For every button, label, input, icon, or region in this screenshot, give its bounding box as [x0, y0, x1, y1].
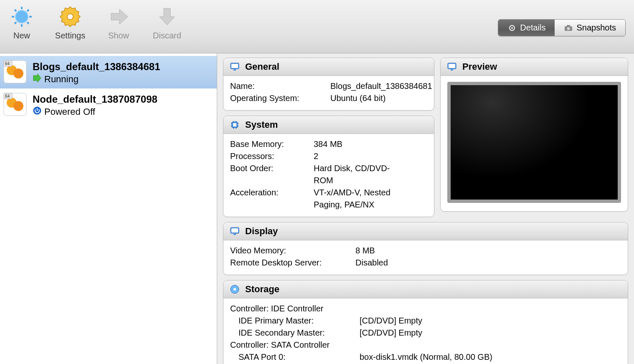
- monitor-icon: [446, 61, 457, 72]
- svg-point-1: [16, 11, 28, 23]
- accel-value: VT-x/AMD-V, Nested Paging, PAE/NX: [305, 187, 401, 211]
- svg-point-14: [567, 27, 570, 30]
- sata-controller-label: Controller: SATA Controller: [230, 339, 621, 351]
- settings-label: Settings: [55, 31, 85, 40]
- show-label: Show: [108, 31, 129, 40]
- vm-os-icon: 64: [3, 92, 28, 117]
- svg-line-8: [15, 22, 16, 24]
- display-header[interactable]: Display: [223, 222, 628, 240]
- vm-os-icon: 64: [3, 59, 28, 84]
- os-value: Ubuntu (64 bit): [322, 92, 385, 104]
- system-title: System: [245, 119, 278, 130]
- display-title: Display: [245, 226, 278, 237]
- main: 64 Blogs_default_1386384681 Running: [0, 53, 634, 364]
- toolbar: New Settings Show: [0, 0, 634, 53]
- monitor-icon: [229, 226, 240, 237]
- sun-icon: [9, 4, 34, 29]
- ide-pm-value: [CD/DVD] Empty: [351, 315, 422, 327]
- preview-title: Preview: [462, 61, 497, 72]
- svg-text:64: 64: [5, 94, 10, 99]
- cpu-value: 2: [305, 150, 318, 162]
- ide-pm-label: IDE Primary Master:: [238, 315, 351, 327]
- tab-snapshots-label: Snapshots: [576, 23, 616, 33]
- view-tabs: Details Snapshots: [498, 19, 626, 36]
- general-header[interactable]: General: [223, 58, 434, 76]
- svg-point-10: [67, 14, 73, 20]
- details-panel: General Name: Blogs_default_1386384681 O…: [217, 53, 634, 364]
- general-title: General: [245, 61, 279, 72]
- discard-label: Discard: [153, 31, 181, 40]
- vm-item[interactable]: 64 Node_default_1387087098 Powered Off: [0, 88, 217, 121]
- svg-line-6: [15, 10, 16, 11]
- tab-snapshots[interactable]: Snapshots: [555, 20, 625, 36]
- gear-small-icon: [507, 24, 517, 32]
- display-section: Display Video Memory:8 MB Remote Desktop…: [223, 222, 628, 275]
- storage-header[interactable]: Storage: [223, 281, 628, 298]
- svg-rect-42: [451, 69, 453, 71]
- svg-rect-28: [231, 64, 238, 68]
- system-section: System Base Memory:384 MB Processors:2 B…: [223, 116, 434, 217]
- vmem-label: Video Memory:: [230, 245, 347, 257]
- ide-sm-value: [CD/DVD] Empty: [351, 327, 422, 339]
- sata0-label: SATA Port 0:: [238, 351, 351, 363]
- preview-section: Preview: [440, 58, 628, 212]
- monitor-icon: [229, 61, 240, 72]
- accel-label: Acceleration:: [230, 187, 305, 211]
- toolbar-buttons: New Settings Show: [5, 4, 184, 40]
- preview-header[interactable]: Preview: [441, 58, 628, 76]
- storage-section: Storage Controller: IDE Controller IDE P…: [223, 280, 628, 364]
- rds-label: Remote Desktop Server:: [230, 257, 347, 269]
- vm-status-text: Running: [44, 74, 79, 85]
- svg-rect-41: [449, 64, 455, 68]
- arrow-right-icon: [106, 4, 131, 29]
- new-label: New: [13, 31, 30, 40]
- ide-controller-label: Controller: IDE Controller: [230, 303, 621, 315]
- general-section: General Name: Blogs_default_1386384681 O…: [223, 58, 434, 111]
- tab-details-label: Details: [520, 23, 545, 33]
- svg-line-7: [27, 22, 29, 24]
- svg-point-12: [511, 27, 513, 29]
- name-label: Name:: [230, 80, 322, 92]
- svg-rect-31: [233, 123, 236, 126]
- disc-icon: [229, 284, 240, 295]
- boot-label: Boot Order:: [230, 162, 305, 187]
- gear-icon: [58, 4, 83, 29]
- svg-rect-45: [233, 234, 236, 235]
- new-button[interactable]: New: [5, 4, 38, 40]
- preview-screen[interactable]: [447, 82, 621, 203]
- base-mem-value: 384 MB: [305, 138, 342, 150]
- boot-value: Hard Disk, CD/DVD-ROM: [305, 162, 401, 187]
- vm-name: Node_default_1387087098: [33, 94, 157, 105]
- running-icon: [33, 73, 42, 85]
- discard-button[interactable]: Discard: [150, 4, 184, 40]
- storage-title: Storage: [245, 284, 279, 295]
- name-value: Blogs_default_1386384681: [322, 80, 414, 92]
- camera-icon: [564, 24, 573, 32]
- vm-list: 64 Blogs_default_1386384681 Running: [0, 53, 217, 364]
- svg-rect-44: [231, 228, 238, 233]
- vm-name: Blogs_default_1386384681: [33, 61, 160, 73]
- vm-status: Running: [33, 73, 160, 85]
- svg-rect-15: [567, 25, 570, 27]
- svg-point-23: [13, 101, 23, 111]
- system-header[interactable]: System: [223, 116, 434, 134]
- vmem-value: 8 MB: [347, 245, 375, 257]
- ide-sm-label: IDE Secondary Master:: [238, 327, 351, 339]
- svg-line-9: [27, 10, 29, 11]
- show-button[interactable]: Show: [102, 4, 135, 40]
- vm-status-text: Powered Off: [44, 106, 95, 117]
- rds-value: Disabled: [347, 257, 388, 269]
- os-label: Operating System:: [230, 92, 322, 104]
- svg-point-47: [233, 288, 236, 291]
- arrow-down-icon: [155, 4, 180, 29]
- cpu-label: Processors:: [230, 150, 305, 162]
- vm-status: Powered Off: [33, 106, 157, 118]
- vm-item[interactable]: 64 Blogs_default_1386384681 Running: [0, 56, 217, 88]
- base-mem-label: Base Memory:: [230, 138, 305, 150]
- tab-details[interactable]: Details: [498, 20, 555, 36]
- svg-rect-29: [233, 69, 236, 71]
- sata0-value: box-disk1.vmdk (Normal, 80.00 GB): [351, 351, 492, 363]
- chip-icon: [229, 119, 240, 130]
- settings-button[interactable]: Settings: [53, 4, 87, 40]
- powered-off-icon: [33, 106, 42, 118]
